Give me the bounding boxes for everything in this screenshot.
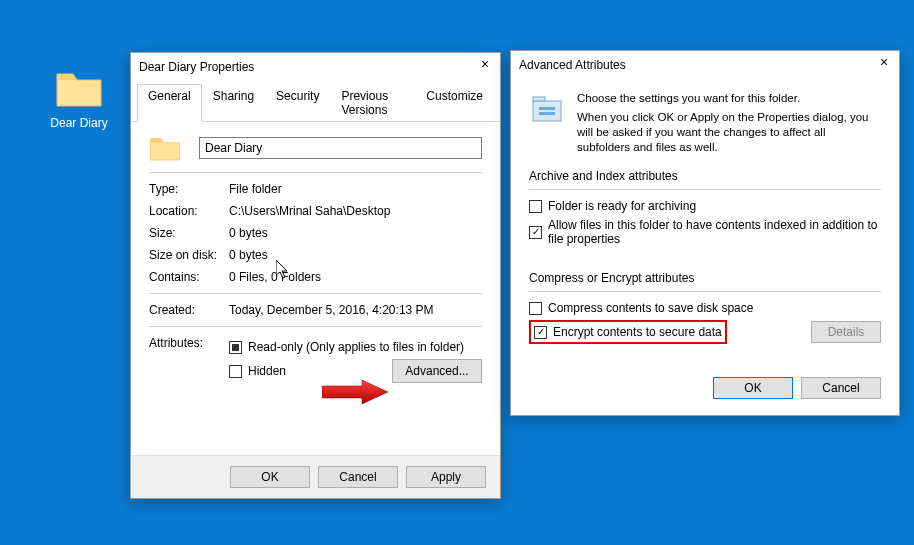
svg-rect-2: [539, 107, 555, 110]
cancel-button[interactable]: Cancel: [318, 466, 398, 488]
index-checkbox[interactable]: [529, 226, 542, 239]
close-icon[interactable]: ×: [476, 57, 494, 75]
size-value: 0 bytes: [229, 225, 482, 241]
advanced-body: Choose the settings you want for this fo…: [511, 79, 899, 365]
svg-marker-4: [322, 380, 388, 404]
advanced-buttons: OK Cancel: [511, 365, 899, 415]
ok-button[interactable]: OK: [230, 466, 310, 488]
folder-name-input[interactable]: [199, 137, 482, 159]
svg-rect-0: [533, 101, 561, 121]
desktop-folder-icon[interactable]: Dear Diary: [44, 68, 114, 130]
advanced-button[interactable]: Advanced...: [392, 359, 482, 383]
created-label: Created:: [149, 302, 229, 318]
close-icon[interactable]: ×: [875, 55, 893, 73]
archive-checkbox[interactable]: [529, 200, 542, 213]
details-button[interactable]: Details: [811, 321, 881, 343]
folder-icon: [55, 68, 103, 108]
desktop-folder-label: Dear Diary: [44, 116, 114, 130]
encrypt-label: Encrypt contents to secure data: [553, 325, 722, 339]
compress-checkbox[interactable]: [529, 302, 542, 315]
compress-label: Compress contents to save disk space: [548, 301, 881, 315]
encrypt-checkbox[interactable]: [534, 326, 547, 339]
type-label: Type:: [149, 181, 229, 197]
compress-group-label: Compress or Encrypt attributes: [529, 271, 881, 285]
ok-button[interactable]: OK: [713, 377, 793, 399]
advanced-titlebar: Advanced Attributes ×: [511, 51, 899, 79]
advanced-subtext: When you click OK or Apply on the Proper…: [577, 110, 881, 155]
type-value: File folder: [229, 181, 482, 197]
archive-label: Folder is ready for archiving: [548, 199, 881, 213]
readonly-checkbox[interactable]: [229, 341, 242, 354]
size-label: Size:: [149, 225, 229, 241]
sizeondisk-value: 0 bytes: [229, 247, 482, 263]
properties-buttons: OK Cancel Apply: [131, 455, 500, 498]
folder-icon: [149, 134, 181, 162]
properties-tabs: General Sharing Security Previous Versio…: [131, 81, 500, 122]
svg-rect-3: [539, 112, 555, 115]
sizeondisk-label: Size on disk:: [149, 247, 229, 263]
readonly-label: Read-only (Only applies to files in fold…: [248, 339, 464, 355]
properties-titlebar: Dear Diary Properties ×: [131, 53, 500, 81]
hidden-label: Hidden: [248, 363, 286, 379]
tab-security[interactable]: Security: [265, 84, 330, 122]
contains-label: Contains:: [149, 269, 229, 285]
properties-title: Dear Diary Properties: [139, 60, 254, 74]
created-value: Today, December 5, 2016, 4:20:13 PM: [229, 302, 482, 318]
properties-dialog: Dear Diary Properties × General Sharing …: [130, 52, 501, 499]
hidden-checkbox[interactable]: [229, 365, 242, 378]
folder-settings-icon: [529, 91, 565, 127]
apply-button[interactable]: Apply: [406, 466, 486, 488]
index-label: Allow files in this folder to have conte…: [548, 218, 881, 246]
tab-previous-versions[interactable]: Previous Versions: [330, 84, 415, 122]
advanced-heading: Choose the settings you want for this fo…: [577, 91, 881, 106]
annotation-arrow-icon: [322, 380, 392, 404]
tab-general[interactable]: General: [137, 84, 202, 122]
location-value: C:\Users\Mrinal Saha\Desktop: [229, 203, 482, 219]
encrypt-highlight: Encrypt contents to secure data: [529, 320, 727, 344]
advanced-attributes-dialog: Advanced Attributes × Choose the setting…: [510, 50, 900, 416]
properties-body: Type:File folder Location:C:\Users\Mrina…: [131, 122, 500, 455]
tab-sharing[interactable]: Sharing: [202, 84, 265, 122]
tab-customize[interactable]: Customize: [415, 84, 494, 122]
svg-rect-1: [533, 97, 545, 101]
cancel-button[interactable]: Cancel: [801, 377, 881, 399]
location-label: Location:: [149, 203, 229, 219]
advanced-title: Advanced Attributes: [519, 58, 626, 72]
archive-group-label: Archive and Index attributes: [529, 169, 881, 183]
contains-value: 0 Files, 0 Folders: [229, 269, 482, 285]
attributes-label: Attributes:: [149, 335, 229, 351]
